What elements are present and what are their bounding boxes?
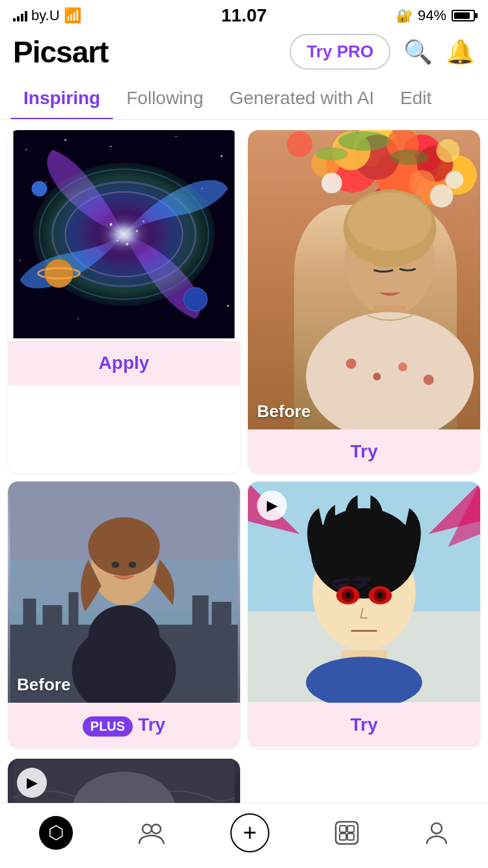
galaxy-illustration: [8, 130, 240, 338]
play-button-partial[interactable]: ▶: [17, 768, 47, 798]
girl-outdoor-overlay: [8, 481, 240, 703]
svg-rect-82: [336, 822, 358, 844]
svg-point-38: [430, 184, 454, 208]
try-button-anime[interactable]: Try: [248, 703, 480, 747]
anime-photo: ▶: [248, 481, 480, 703]
nav-explore[interactable]: ⬡: [29, 811, 83, 855]
try-plus-button[interactable]: PLUSTry: [8, 703, 240, 748]
svg-point-76: [377, 592, 383, 599]
try-pro-text: Try: [306, 42, 336, 61]
svg-point-3: [111, 146, 112, 147]
search-icon[interactable]: 🔍: [403, 38, 433, 66]
status-left: by.U 📶: [13, 7, 81, 24]
svg-point-10: [78, 318, 79, 319]
battery-fill: [454, 12, 470, 19]
tab-inspiring[interactable]: Inspiring: [10, 80, 113, 119]
svg-rect-56: [69, 592, 79, 638]
status-bar: by.U 📶 11.07 🔐 94%: [0, 0, 488, 29]
nav-profile[interactable]: [414, 815, 459, 850]
content-grid: Apply: [0, 120, 488, 759]
try-button-flowers[interactable]: Try: [248, 429, 480, 474]
svg-point-34: [287, 131, 313, 157]
svg-point-40: [321, 172, 342, 193]
girl-outdoor-photo: Before: [8, 481, 240, 703]
svg-point-22: [110, 223, 113, 226]
try-pro-button[interactable]: Try PRO: [290, 34, 390, 70]
svg-point-19: [32, 181, 47, 197]
svg-rect-55: [43, 605, 62, 638]
svg-point-24: [126, 243, 129, 245]
card-anime: ▶ Try: [248, 481, 480, 748]
svg-point-35: [338, 131, 390, 151]
svg-point-64: [129, 562, 137, 568]
battery-icon: [452, 10, 475, 21]
svg-point-80: [142, 824, 152, 834]
tab-generated-ai[interactable]: Generated with AI: [217, 80, 388, 119]
svg-point-43: [348, 193, 432, 251]
svg-rect-83: [340, 826, 346, 832]
svg-point-1: [26, 149, 27, 150]
svg-point-36: [390, 150, 428, 165]
flowers-photo: Before: [248, 130, 480, 429]
svg-point-9: [227, 305, 229, 307]
svg-point-5: [221, 156, 223, 157]
person-icon: [424, 821, 449, 845]
play-button-anime[interactable]: ▶: [257, 491, 287, 521]
svg-point-49: [424, 375, 434, 385]
svg-point-75: [345, 592, 351, 599]
battery-percent: 94%: [418, 7, 446, 24]
try-pro-highlight: PRO: [337, 42, 373, 61]
card-galaxy: Apply: [8, 130, 240, 474]
nav-add[interactable]: +: [220, 808, 280, 858]
svg-point-81: [152, 824, 161, 834]
card-galaxy-image: [8, 130, 240, 341]
tab-following[interactable]: Following: [113, 80, 216, 119]
signal-bar-4: [25, 11, 27, 21]
svg-point-8: [20, 260, 21, 261]
svg-rect-84: [347, 826, 354, 832]
svg-point-4: [176, 136, 177, 137]
app-logo: Picsart: [13, 34, 108, 70]
svg-point-2: [64, 139, 66, 141]
signal-bar-3: [21, 14, 23, 21]
lock-icon: 🔐: [396, 8, 413, 23]
svg-point-63: [112, 562, 120, 568]
card-woman-flowers: Before Try: [248, 130, 480, 474]
svg-point-48: [398, 362, 407, 372]
svg-point-60: [88, 517, 160, 576]
people-icon: [138, 821, 165, 845]
svg-rect-58: [212, 602, 232, 638]
gallery-icon: [334, 821, 359, 845]
svg-point-25: [117, 240, 118, 241]
status-time: 11.07: [221, 5, 267, 26]
tab-edit[interactable]: Edit: [387, 80, 444, 119]
svg-point-15: [92, 208, 157, 260]
svg-point-26: [142, 221, 144, 223]
svg-rect-54: [23, 599, 36, 638]
carrier-name: by.U: [31, 7, 60, 24]
svg-point-46: [346, 359, 357, 369]
card-girl-image: Before: [8, 481, 240, 703]
svg-point-23: [136, 230, 138, 232]
apply-button[interactable]: Apply: [8, 341, 240, 385]
svg-point-45: [306, 312, 474, 429]
signal-bar-2: [17, 16, 20, 21]
svg-point-6: [46, 182, 47, 183]
before-label-flowers: Before: [257, 401, 310, 422]
svg-rect-86: [347, 834, 354, 840]
svg-point-37: [316, 148, 348, 161]
card-woman-image: Before: [248, 130, 480, 429]
app-header: Picsart Try PRO 🔍 🔔: [0, 29, 488, 80]
wifi-icon: 📶: [64, 7, 81, 24]
bell-icon[interactable]: 🔔: [446, 38, 475, 66]
add-icon: +: [230, 813, 269, 852]
content-wrapper: Apply: [0, 120, 488, 868]
svg-point-39: [445, 170, 463, 189]
plus-badge: PLUS: [83, 716, 133, 737]
header-actions: Try PRO 🔍 🔔: [290, 34, 475, 70]
nav-community[interactable]: [128, 815, 176, 850]
compass-icon: ⬡: [39, 816, 73, 850]
nav-gallery[interactable]: [324, 815, 370, 850]
svg-point-33: [437, 139, 460, 163]
card-girl-outdoor: Before PLUSTry: [8, 481, 240, 748]
